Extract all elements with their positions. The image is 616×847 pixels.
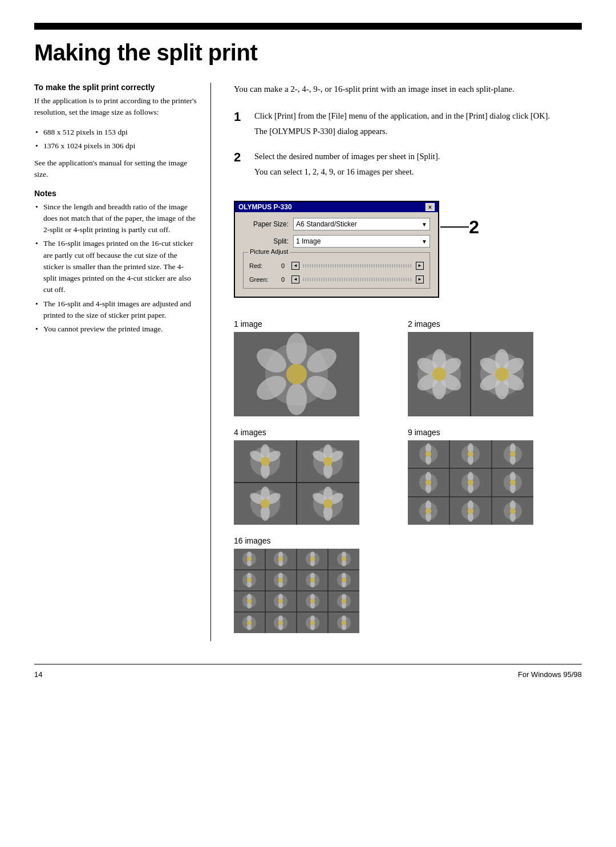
red-value: 0 bbox=[278, 262, 288, 269]
dialog-wrapper: OLYMPUS P-330 × Paper Size: A6 Standard/… bbox=[234, 201, 439, 298]
image-item-1: 1 image bbox=[234, 316, 408, 424]
red-label: Red: bbox=[249, 262, 274, 269]
flower-16-svg bbox=[234, 549, 359, 633]
intro-text: You can make a 2-, 4-, 9-, or 16-split p… bbox=[234, 83, 582, 96]
image-16 bbox=[234, 549, 359, 633]
red-left-btn[interactable]: ◄ bbox=[291, 262, 299, 270]
image-4 bbox=[234, 440, 359, 525]
dialog-titlebar: OLYMPUS P-330 × bbox=[235, 202, 438, 212]
split-arrow-icon: ▼ bbox=[422, 238, 427, 245]
svg-rect-170 bbox=[234, 549, 359, 633]
image-label-9: 9 images bbox=[408, 428, 574, 437]
image-label-1: 1 image bbox=[234, 319, 400, 329]
tip-footer: See the application's manual for setting… bbox=[34, 157, 197, 181]
dialog-close-button[interactable]: × bbox=[425, 203, 435, 211]
tip-bullets: 688 x 512 pixels in 153 dpi 1376 x 1024 … bbox=[34, 127, 197, 152]
flower-9-svg bbox=[408, 440, 533, 525]
image-label-2: 2 images bbox=[408, 319, 574, 329]
content-row: To make the split print correctly If the… bbox=[34, 83, 582, 641]
green-slider-row: Green: 0 ◄ ► bbox=[249, 275, 424, 283]
step-2-number: 2 bbox=[234, 150, 250, 165]
image-label-16: 16 images bbox=[234, 536, 400, 545]
tip-bullet-2: 1376 x 1024 pixels in 306 dpi bbox=[34, 140, 197, 152]
paper-size-arrow-icon: ▼ bbox=[422, 221, 427, 228]
step-2: 2 Select the desired number of images pe… bbox=[234, 150, 582, 180]
image-item-9: 9 images bbox=[408, 424, 582, 533]
left-column: To make the split print correctly If the… bbox=[34, 83, 211, 641]
split-label: Split: bbox=[243, 237, 289, 245]
callout-container: 2 bbox=[440, 218, 479, 236]
paper-size-label: Paper Size: bbox=[243, 220, 289, 228]
image-label-4: 4 images bbox=[234, 428, 400, 437]
page-title: Making the split print bbox=[34, 40, 582, 66]
split-value: 1 Image bbox=[296, 237, 321, 245]
image-grid: 1 image bbox=[234, 316, 582, 641]
dialog-body: Paper Size: A6 Standard/Sticker ▼ Split:… bbox=[235, 212, 438, 297]
tip-body: If the application is to print according… bbox=[34, 95, 197, 119]
image-2 bbox=[408, 332, 533, 416]
green-left-btn[interactable]: ◄ bbox=[291, 275, 299, 283]
dialog-title: OLYMPUS P-330 bbox=[238, 203, 292, 211]
green-label: Green: bbox=[249, 276, 274, 283]
paper-size-value: A6 Standard/Sticker bbox=[296, 220, 357, 228]
image-item-2: 2 images bbox=[408, 316, 582, 424]
tip-bullet-1: 688 x 512 pixels in 153 dpi bbox=[34, 127, 197, 138]
svg-rect-9 bbox=[234, 332, 359, 416]
image-item-4: 4 images bbox=[234, 424, 408, 533]
picture-adjust-group: Picture Adjust Red: 0 ◄ ► Green: 0 bbox=[243, 252, 430, 289]
image-9 bbox=[408, 440, 533, 525]
step-2-text: Select the desired number of images per … bbox=[254, 150, 440, 163]
image-item-16: 16 images bbox=[234, 533, 408, 641]
note-4: You cannot preview the printed image. bbox=[34, 323, 197, 335]
tip-title: To make the split print correctly bbox=[34, 83, 197, 92]
page: Making the split print To make the split… bbox=[0, 0, 616, 847]
step-1-content: Click [Print] from the [File] menu of th… bbox=[254, 110, 550, 140]
paper-size-row: Paper Size: A6 Standard/Sticker ▼ bbox=[243, 218, 430, 230]
svg-rect-28 bbox=[408, 332, 533, 416]
red-slider-track[interactable] bbox=[303, 264, 412, 268]
picture-adjust-label: Picture Adjust bbox=[248, 248, 290, 255]
paper-size-select[interactable]: A6 Standard/Sticker ▼ bbox=[293, 218, 430, 230]
red-slider-row: Red: 0 ◄ ► bbox=[249, 262, 424, 270]
note-1: Since the length and breadth ratio of th… bbox=[34, 201, 197, 236]
step-1-sub: The [OLYMPUS P-330] dialog appears. bbox=[254, 125, 550, 137]
split-select[interactable]: 1 Image ▼ bbox=[293, 235, 430, 248]
split-row: Split: 1 Image ▼ bbox=[243, 235, 430, 248]
note-3: The 16-split and 4-split images are adju… bbox=[34, 298, 197, 322]
page-number: 14 bbox=[34, 670, 42, 679]
step-1: 1 Click [Print] from the [File] menu of … bbox=[234, 110, 582, 140]
green-value: 0 bbox=[278, 276, 288, 283]
step-2-content: Select the desired number of images per … bbox=[254, 150, 440, 180]
flower-2-svg bbox=[408, 332, 533, 416]
callout-line bbox=[440, 226, 469, 228]
step-1-number: 1 bbox=[234, 110, 250, 124]
platform-label: For Windows 95/98 bbox=[518, 670, 582, 679]
flower-single-svg bbox=[234, 332, 359, 416]
notes-list: Since the length and breadth ratio of th… bbox=[34, 201, 197, 335]
red-right-btn[interactable]: ► bbox=[416, 262, 424, 270]
green-slider-track[interactable] bbox=[303, 278, 412, 281]
note-2: The 16-split images printed on the 16-cu… bbox=[34, 238, 197, 295]
notes-title: Notes bbox=[34, 189, 197, 198]
footer: 14 For Windows 95/98 bbox=[34, 664, 582, 679]
callout-number: 2 bbox=[469, 218, 479, 236]
svg-rect-98 bbox=[408, 440, 533, 525]
image-1 bbox=[234, 332, 359, 416]
dialog-box: OLYMPUS P-330 × Paper Size: A6 Standard/… bbox=[234, 201, 439, 298]
right-column: You can make a 2-, 4-, 9-, or 16-split p… bbox=[228, 83, 582, 641]
green-right-btn[interactable]: ► bbox=[416, 275, 424, 283]
step-2-sub: You can select 1, 2, 4, 9, or 16 images … bbox=[254, 165, 440, 178]
top-bar bbox=[34, 23, 582, 30]
step-1-text: Click [Print] from the [File] menu of th… bbox=[254, 110, 550, 122]
svg-rect-56 bbox=[234, 440, 359, 525]
flower-4-svg bbox=[234, 440, 359, 525]
